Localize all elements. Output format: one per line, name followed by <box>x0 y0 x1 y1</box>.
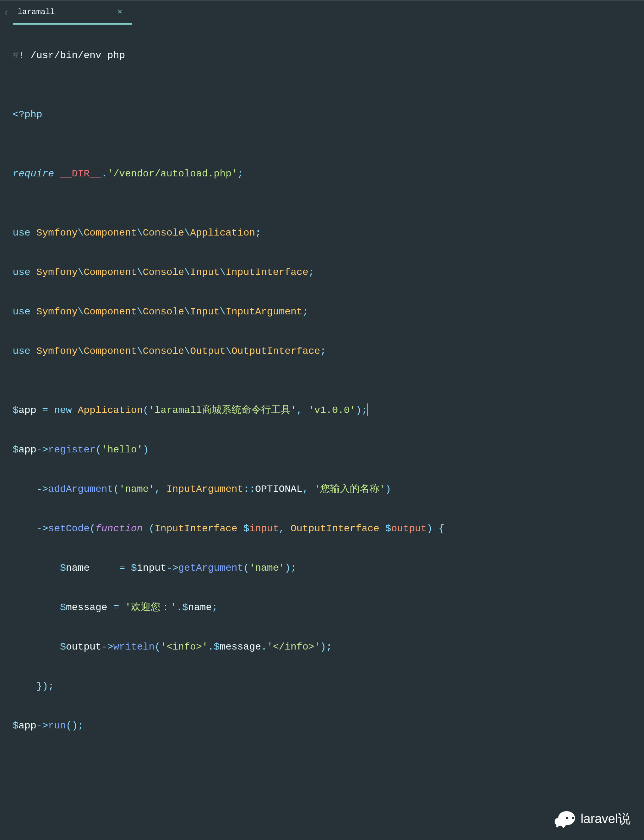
token: /usr/bin/env php <box>25 50 125 61</box>
token: <? <box>13 109 25 120</box>
code-line-empty <box>13 66 644 85</box>
token: output <box>66 641 101 653</box>
token: ; <box>238 168 243 179</box>
token: '/vendor/autoload.php' <box>107 168 238 179</box>
code-line-empty <box>13 125 644 144</box>
token: use <box>13 306 30 317</box>
tab-laramall[interactable]: laramall × <box>13 1 132 25</box>
code-line: use Symfony\Component\Console\Input\Inpu… <box>13 263 644 282</box>
token: Component <box>84 227 137 238</box>
code-line-empty <box>13 420 644 440</box>
code-line-empty <box>13 578 644 598</box>
token: app <box>19 720 36 731</box>
token: Console <box>143 306 184 317</box>
code-line-empty <box>13 618 644 637</box>
token: \ <box>220 306 225 317</box>
token: 'hello' <box>101 444 143 455</box>
token: '</info>' <box>267 641 320 653</box>
token: use <box>13 346 30 357</box>
code-line: $message = '欢迎您：'.$name; <box>13 598 644 618</box>
token: Symfony <box>36 267 78 278</box>
token: $ <box>60 641 66 653</box>
token: Console <box>143 227 184 238</box>
token: Component <box>84 306 137 317</box>
code-line-empty <box>13 144 644 164</box>
code-line: ->addArgument('name', InputArgument::OPT… <box>13 480 644 499</box>
token <box>89 562 113 574</box>
token: app <box>19 444 36 455</box>
code-line: $app = new Application('laramall商城系统命令行工… <box>13 401 644 420</box>
token: OPTIONAL <box>255 484 302 495</box>
code-editor[interactable]: #! /usr/bin/env php <?php require __DIR_… <box>0 25 644 736</box>
token: Component <box>84 346 137 357</box>
code-line: use Symfony\Component\Console\Input\Inpu… <box>13 302 644 322</box>
token: $ <box>13 405 19 416</box>
token: Console <box>143 346 184 357</box>
token: Symfony <box>36 227 78 238</box>
code-line: $app->register('hello') <box>13 440 644 460</box>
token: . <box>176 602 182 613</box>
token: 'name' <box>119 484 154 495</box>
token: InputInterface <box>225 267 308 278</box>
token: -> <box>166 562 178 574</box>
token: \ <box>78 306 84 317</box>
code-line-empty <box>13 381 644 401</box>
token: $ <box>385 523 391 534</box>
token: name <box>66 562 89 574</box>
token: $ <box>182 602 188 613</box>
code-line-empty <box>13 184 644 204</box>
token: new <box>54 405 72 416</box>
token: Component <box>84 267 137 278</box>
token: getArgument <box>178 562 243 574</box>
token: \ <box>78 346 84 357</box>
tab-bar: laramall × <box>0 1 644 25</box>
close-icon[interactable]: × <box>116 7 124 17</box>
token: $ <box>243 523 249 534</box>
token: function <box>95 523 143 534</box>
watermark: laravel说 <box>555 810 631 828</box>
token: $ <box>131 562 137 574</box>
code-line: require __DIR__.'/vendor/autoload.php'; <box>13 164 644 184</box>
token: -> <box>36 484 48 495</box>
token: ( <box>149 523 155 534</box>
tab-overflow-chevron-icon[interactable] <box>0 1 13 25</box>
code-line-empty <box>13 282 644 302</box>
token: ; <box>291 562 297 574</box>
token: \ <box>184 306 190 317</box>
token: # <box>13 50 19 61</box>
token: = <box>113 562 131 574</box>
token: ; <box>302 306 308 317</box>
token: -> <box>101 641 113 653</box>
code-line: use Symfony\Component\Console\Output\Out… <box>13 342 644 361</box>
code-line-empty <box>13 85 644 105</box>
code-line-empty <box>13 657 644 677</box>
token: \ <box>220 267 225 278</box>
token: message <box>66 602 107 613</box>
code-line-empty <box>13 322 644 342</box>
token: ( <box>143 405 149 416</box>
token: ( <box>113 484 119 495</box>
token: '欢迎您：' <box>125 602 176 613</box>
code-line: $name = $input->getArgument('name'); <box>13 558 644 578</box>
token: $ <box>214 641 220 653</box>
token: ( <box>95 444 101 455</box>
token: run <box>48 720 66 731</box>
token: use <box>13 227 30 238</box>
token: }); <box>13 681 54 692</box>
token: 'laramall商城系统命令行工具' <box>149 405 297 416</box>
code-line-empty <box>13 460 644 480</box>
token: -> <box>36 444 48 455</box>
wechat-icon <box>555 810 577 828</box>
token: -> <box>36 720 48 731</box>
token: 'v1.0.0' <box>308 405 355 416</box>
code-line: use Symfony\Component\Console\Applicatio… <box>13 223 644 243</box>
token: \ <box>184 267 190 278</box>
token: \ <box>137 227 143 238</box>
token: name <box>188 602 212 613</box>
token: \ <box>78 227 84 238</box>
token: Application <box>190 227 255 238</box>
code-line-empty <box>13 539 644 558</box>
token: input <box>249 523 279 534</box>
token: addArgument <box>48 484 113 495</box>
token: $ <box>60 562 66 574</box>
